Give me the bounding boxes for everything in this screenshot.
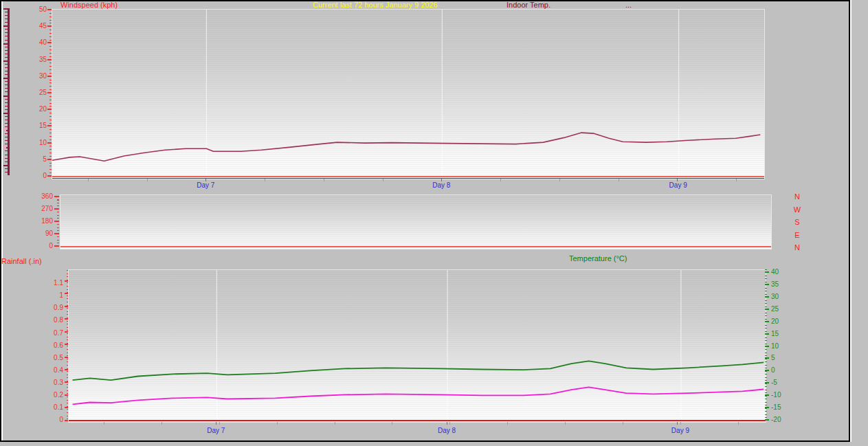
windspeed-ruler	[3, 8, 10, 175]
compass-label-n2: N	[790, 241, 805, 254]
temperature-axis-title: Temperature (°C)	[569, 254, 627, 263]
header-ellipsis: ...	[625, 1, 632, 9]
raintemp-x-tickmarks	[68, 422, 765, 425]
rainfall-axis-title: Rainfall (.in)	[1, 257, 42, 265]
weather-app-window: Windspeed (kph) Current last 72 hours Ja…	[0, 0, 868, 446]
rain-axis-left: 1.110.90.80.70.60.50.40.30.20.10	[37, 269, 63, 421]
temp-axis-right: 4035302520151050-5-10-15-20	[771, 269, 794, 421]
windspeed-axis-title: Windspeed (kph)	[60, 1, 118, 9]
raintemp-xlabels: Day 7Day 8Day 9	[68, 427, 765, 435]
compass-label-w: W	[790, 203, 805, 216]
wind-plot	[52, 9, 765, 179]
dir-axis-left: 360270180900	[27, 194, 53, 248]
ruler-marker-average	[3, 146, 6, 150]
temp-y-tickmarks	[765, 269, 769, 421]
dir-plot	[60, 194, 772, 249]
chart-title: Current last 72 hours January 9 2026	[313, 1, 438, 9]
indoor-temp-label: Indoor Temp.	[507, 1, 550, 9]
compass-scale: N W S E N	[790, 190, 805, 254]
ruler-marker-gust	[3, 128, 6, 132]
dir-y-tickmarks	[54, 194, 59, 248]
compass-label-s: S	[790, 216, 805, 229]
raintemp-plot	[68, 269, 766, 423]
wind-xlabels: Day 7Day 8Day 9	[52, 181, 764, 190]
compass-label-e: E	[790, 229, 805, 242]
compass-label-n1: N	[790, 190, 805, 203]
wind-axis-left: 50454035302520151050	[21, 9, 47, 178]
